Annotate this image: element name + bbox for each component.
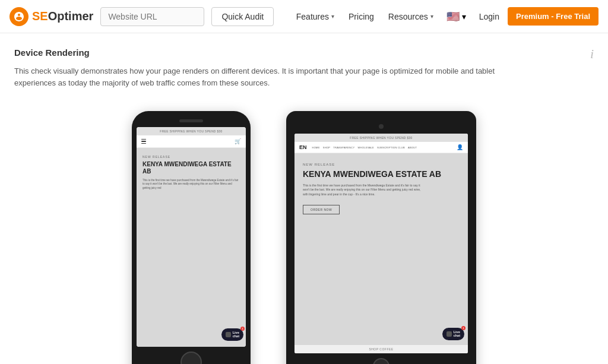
nav-resources[interactable]: Resources ▾ xyxy=(382,8,439,25)
tablet-nav-subscription: SUBSCRIPTION CLUB xyxy=(377,146,405,149)
phone-menu-bar: 🛒 xyxy=(137,135,246,148)
phone-hero-title: KENYA MWENDIWEGA ESTATE AB xyxy=(142,161,240,175)
quick-audit-button[interactable]: Quick Audit xyxy=(211,7,274,26)
chevron-down-icon-2: ▾ xyxy=(430,13,433,20)
tablet-nav-wholesale: WHOLESALE xyxy=(357,146,374,149)
logo-icon xyxy=(10,7,28,26)
section-description: This check visually demonstrates how you… xyxy=(14,65,519,88)
info-icon[interactable]: i xyxy=(590,48,594,61)
tablet-order-button: ORDER NOW xyxy=(303,205,340,214)
section-title: Device Rendering xyxy=(14,48,90,58)
chevron-down-icon-3: ▾ xyxy=(462,12,466,21)
phone-chat-notif: 1 xyxy=(240,327,245,331)
tablet-device: FREE SHIPPING WHEN YOU SPEND $30 EN HOME… xyxy=(286,111,476,364)
navbar: SEOptimer Quick Audit Features ▾ Pricing… xyxy=(0,0,608,33)
logo[interactable]: SEOptimer xyxy=(10,7,93,26)
tablet-home-button xyxy=(373,358,390,364)
phone-speaker xyxy=(179,119,203,122)
phone-hero: NEW RELEASE KENYA MWENDIWEGA ESTATE AB T… xyxy=(137,148,246,347)
section-header: Device Rendering i xyxy=(14,48,594,61)
tablet-hero-body: This is the first time we have purchased… xyxy=(303,183,422,197)
nav-pricing[interactable]: Pricing xyxy=(343,8,380,25)
tablet-chat-icon xyxy=(446,331,452,337)
tablet-nav-bar: EN HOME SHOP TRANSPARENCY WHOLESALE SUBS… xyxy=(294,142,468,153)
tablet-chat-label2: chat xyxy=(454,334,460,338)
tablet-chat-notif: 1 xyxy=(461,326,466,330)
phone-screen: FREE SHIPPING WHEN YOU SPEND $30 🛒 xyxy=(137,127,246,347)
tablet-hero-title: KENYA MWENDIWEGA ESTATE AB xyxy=(303,169,460,179)
tablet-camera xyxy=(379,124,384,129)
tablet-nav-links: HOME SHOP TRANSPARENCY WHOLESALE SUBSCRI… xyxy=(312,146,454,149)
chevron-down-icon: ▾ xyxy=(331,13,334,20)
phone-device: FREE SHIPPING WHEN YOU SPEND $30 🛒 xyxy=(132,111,251,364)
login-button[interactable]: Login xyxy=(473,8,505,25)
tablet-banner: FREE SHIPPING WHEN YOU SPEND $30 xyxy=(294,134,468,142)
tablet-nav-about: ABOUT xyxy=(408,146,417,149)
phone-frame: FREE SHIPPING WHEN YOU SPEND $30 🛒 xyxy=(132,111,251,364)
tablet-screen: FREE SHIPPING WHEN YOU SPEND $30 EN HOME… xyxy=(294,134,468,353)
content-area: Device Rendering i This check visually d… xyxy=(0,33,608,364)
tablet-bottom-bar: SHOP COFFEE xyxy=(294,345,468,353)
tablet-nav-logo: EN xyxy=(299,144,307,150)
phone-chat-label2: chat xyxy=(233,334,239,338)
devices-row: FREE SHIPPING WHEN YOU SPEND $30 🛒 xyxy=(14,105,594,364)
cart-icon: 🛒 xyxy=(235,138,241,144)
tablet-frame: FREE SHIPPING WHEN YOU SPEND $30 EN HOME… xyxy=(286,111,476,364)
tablet-nav-shop: SHOP xyxy=(323,146,331,149)
tablet-hero-sub: NEW RELEASE xyxy=(303,163,460,166)
tablet-chat-label1: Live xyxy=(454,330,460,334)
premium-button[interactable]: Premium - Free Trial xyxy=(508,7,598,26)
flag-icon: 🇺🇸 xyxy=(446,10,460,23)
nav-features[interactable]: Features ▾ xyxy=(290,8,340,25)
phone-home-button xyxy=(180,352,202,364)
website-url-input[interactable] xyxy=(100,7,204,26)
language-selector[interactable]: 🇺🇸 ▾ xyxy=(442,7,471,27)
tablet-live-chat-badge: Live chat 1 xyxy=(442,328,464,340)
tablet-nav-home: HOME xyxy=(312,146,320,149)
phone-banner: FREE SHIPPING WHEN YOU SPEND $30 xyxy=(137,127,246,135)
logo-text: SEOptimer xyxy=(32,10,93,23)
phone-live-chat-badge: Live chat 1 xyxy=(221,328,243,341)
chat-icon xyxy=(226,332,231,337)
tablet-person-icon: 👤 xyxy=(457,144,463,150)
hamburger-icon xyxy=(141,139,146,144)
phone-hero-body: This is the first time we have purchased… xyxy=(142,179,240,190)
phone-hero-sub: NEW RELEASE xyxy=(142,155,240,159)
nav-links: Features ▾ Pricing Resources ▾ 🇺🇸 ▾ Logi… xyxy=(290,7,598,27)
tablet-nav-transparency: TRANSPARENCY xyxy=(333,146,354,149)
tablet-hero: NEW RELEASE KENYA MWENDIWEGA ESTATE AB T… xyxy=(294,153,468,353)
phone-chat-label1: Live xyxy=(233,331,239,335)
